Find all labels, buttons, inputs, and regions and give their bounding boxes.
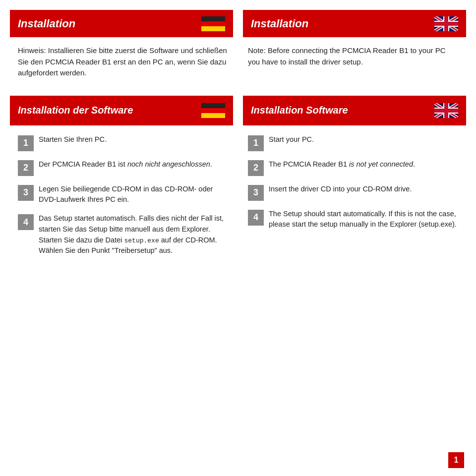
svg-rect-23 bbox=[434, 109, 458, 113]
right-step-number-2: 2 bbox=[248, 160, 264, 176]
left-step-text-3: Legen Sie beiliegende CD-ROM in das CD-R… bbox=[39, 184, 228, 206]
right-step-number-1: 1 bbox=[248, 135, 264, 151]
left-step-number-4: 4 bbox=[18, 214, 34, 230]
left-step-number-2: 2 bbox=[18, 160, 34, 176]
steps-section: 1 Starten Sie Ihren PC. 2 Der PCMCIA Rea… bbox=[10, 130, 466, 467]
page: Installation Installation bbox=[0, 0, 476, 476]
left-step-text-2: Der PCMCIA Reader B1 ist noch nicht ange… bbox=[39, 159, 212, 170]
left-step-number-1: 1 bbox=[18, 135, 34, 151]
right-step-text-1: Start your PC. bbox=[269, 134, 314, 145]
left-intro-text: Hinweis: Installieren Sie bitte zuerst d… bbox=[18, 45, 228, 79]
uk-flag-icon-2 bbox=[434, 103, 458, 118]
german-flag-icon-2 bbox=[201, 103, 225, 118]
right-step-3: 3 Insert the driver CD into your CD-ROM … bbox=[248, 184, 458, 201]
right-section-bar: Installation Software bbox=[243, 96, 466, 125]
intro-section: Hinweis: Installieren Sie bitte zuerst d… bbox=[10, 37, 466, 87]
left-step-number-3: 3 bbox=[18, 185, 34, 201]
right-step-4: 4 The Setup should start automatically. … bbox=[248, 209, 458, 231]
right-intro-col: Note: Before connecting the PCMCIA Reade… bbox=[238, 37, 466, 87]
right-header-title: Installation bbox=[251, 17, 308, 30]
svg-rect-14 bbox=[201, 113, 225, 118]
left-step-2: 2 Der PCMCIA Reader B1 ist noch nicht an… bbox=[18, 159, 228, 176]
left-header-bar: Installation bbox=[10, 10, 233, 37]
right-step-text-2: The PCMCIA Reader B1 is not yet connecte… bbox=[269, 159, 415, 170]
right-step-text-3: Insert the driver CD into your CD-ROM dr… bbox=[269, 184, 412, 195]
right-step-number-3: 3 bbox=[248, 185, 264, 201]
left-step-4: 4 Das Setup startet automatisch. Falls d… bbox=[18, 213, 228, 256]
left-step-text-1: Starten Sie Ihren PC. bbox=[39, 134, 107, 145]
german-flag-icon bbox=[201, 16, 225, 31]
right-step-text-4: The Setup should start automatically. If… bbox=[269, 209, 458, 231]
left-intro-col: Hinweis: Installieren Sie bitte zuerst d… bbox=[10, 37, 238, 87]
left-section-title: Installation der Software bbox=[18, 105, 133, 116]
section-headers: Installation der Software Installation S… bbox=[10, 96, 466, 125]
right-steps-col: 1 Start your PC. 2 The PCMCIA Reader B1 … bbox=[238, 130, 466, 467]
svg-rect-2 bbox=[201, 26, 225, 31]
svg-rect-11 bbox=[434, 22, 458, 26]
right-step-2: 2 The PCMCIA Reader B1 is not yet connec… bbox=[248, 159, 458, 176]
right-step-number-4: 4 bbox=[248, 210, 264, 226]
left-step-text-4: Das Setup startet automatisch. Falls die… bbox=[39, 213, 228, 256]
page-number: 1 bbox=[448, 452, 464, 468]
right-step-1: 1 Start your PC. bbox=[248, 134, 458, 151]
right-section-title: Installation Software bbox=[251, 105, 348, 116]
svg-rect-12 bbox=[201, 103, 225, 108]
right-intro-text: Note: Before connecting the PCMCIA Reade… bbox=[248, 45, 458, 67]
svg-rect-0 bbox=[201, 16, 225, 21]
left-section-bar: Installation der Software bbox=[10, 96, 233, 125]
left-steps-col: 1 Starten Sie Ihren PC. 2 Der PCMCIA Rea… bbox=[10, 130, 238, 467]
right-header-bar: Installation bbox=[243, 10, 466, 37]
left-step-3: 3 Legen Sie beiliegende CD-ROM in das CD… bbox=[18, 184, 228, 206]
uk-flag-icon bbox=[434, 16, 458, 31]
svg-rect-1 bbox=[201, 21, 225, 26]
svg-rect-13 bbox=[201, 108, 225, 113]
left-header-title: Installation bbox=[18, 17, 75, 30]
left-step-1: 1 Starten Sie Ihren PC. bbox=[18, 134, 228, 151]
